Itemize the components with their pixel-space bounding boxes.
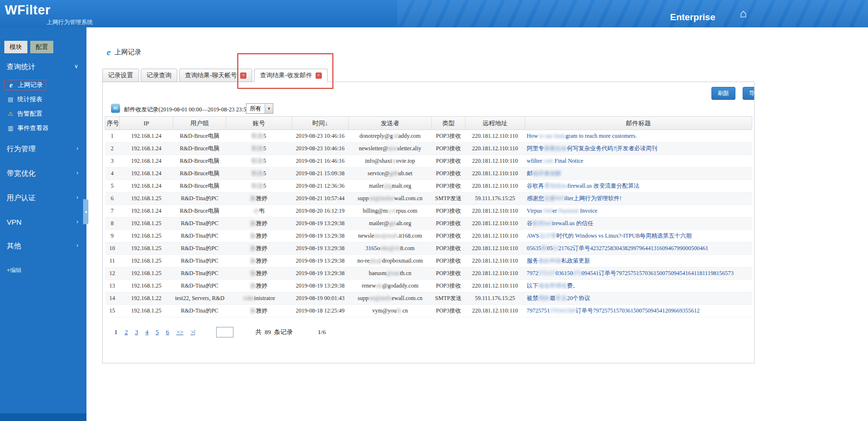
column-header[interactable]: 发送者 <box>349 117 432 130</box>
redacted-text: 孙 <box>250 282 256 289</box>
sidebar-section-query-stats[interactable]: 查询统计 ∨ <box>0 56 86 78</box>
mail-subject-link[interactable]: 7972575157036150075094541订单号797257515703… <box>527 270 734 277</box>
cell-sender: mailer@gmalt.org <box>349 217 432 230</box>
mail-subject-link[interactable]: 阿里专家教你如何写复杂业务代码?|开发者必读周刊 <box>527 145 658 152</box>
page-link[interactable]: 3 <box>135 328 138 336</box>
sidebar-section-vpn[interactable]: VPN › <box>0 212 86 232</box>
mail-subject-link[interactable]: 服务条款和隐私政策更新 <box>527 257 590 264</box>
column-header[interactable]: 用户组 <box>173 117 226 130</box>
mail-subject-link[interactable]: Virpus Order Payment Invoice <box>527 207 598 214</box>
column-header[interactable]: 远程地址 <box>465 117 525 130</box>
column-header[interactable]: 邮件标题 <box>525 117 752 130</box>
page-link[interactable]: 2 <box>125 328 128 336</box>
column-header[interactable]: 时间↓ <box>292 117 349 130</box>
cell-remote: 220.181.12.110:110 <box>465 143 525 155</box>
sidebar-item-internet-records[interactable]: e 上网记录 <box>0 78 86 92</box>
page-link[interactable]: >| <box>191 328 196 336</box>
mail-table-header-row: 序号IP用户组账号时间↓发送者类型远程地址邮件标题 <box>105 117 752 130</box>
mail-records-table: 序号IP用户组账号时间↓发送者类型远程地址邮件标题 1192.168.1.24R… <box>105 116 752 317</box>
cell-sender: vym@youth.cn <box>349 305 432 317</box>
page-link[interactable]: 5 <box>156 328 159 336</box>
mail-subject-link[interactable]: 谷歌对imfirewall.us 的信任 <box>527 220 594 227</box>
cell-remote: 220.181.12.110:110 <box>465 155 525 168</box>
cell-sender: info@shaximovie.top <box>349 155 432 168</box>
filter-dropdown[interactable]: 所有 ▾ <box>246 103 273 114</box>
redacted-text: 注册WF <box>544 195 564 202</box>
mail-subject-link[interactable]: 被禁用的最常见20个协议 <box>527 295 590 301</box>
sidebar-section-user-auth[interactable]: 用户认证 › <box>0 187 86 209</box>
cell-remote: 220.181.12.110:110 <box>465 305 525 317</box>
redacted-text: to use Insta <box>539 132 566 139</box>
cell-account: 孙雅婷 <box>226 192 292 205</box>
tab-label: 记录设置 <box>108 71 133 80</box>
section-label: 行为管理 <box>7 144 36 153</box>
cell-type: POP3接收 <box>432 155 465 168</box>
redacted-text: als <box>376 282 382 289</box>
cell-type: POP3接收 <box>432 280 465 292</box>
sidebar-tab-modules[interactable]: 模块 <box>4 41 27 53</box>
export-button[interactable]: 导出 <box>743 87 755 100</box>
column-header[interactable]: IP <box>120 117 173 130</box>
mail-subject-link[interactable]: How to use Instagram to reach more custo… <box>527 132 637 139</box>
app-subtitle: 上网行为管理系统 <box>47 18 93 26</box>
table-row: 4192.168.1.24R&D-Bruce电脑职员52019-08-21 15… <box>105 168 752 180</box>
table-row: 8192.168.1.25R&D-Tina的PC孙雅婷2019-08-19 13… <box>105 217 752 230</box>
cell-time: 2019-08-21 10:57:44 <box>292 192 349 205</box>
close-tab-icon[interactable]: × <box>240 72 246 79</box>
cell-sender: baeusm@smith.cn <box>349 267 432 280</box>
cell-sender: no-reply@dropboxmail.com <box>349 255 432 267</box>
cell-subject: Virpus Order Payment Invoice <box>525 205 752 217</box>
cell-type: POP3接收 <box>432 205 465 217</box>
refresh-button[interactable]: 刷新 <box>711 87 735 100</box>
sidebar-collapse-handle[interactable]: ◂ <box>83 199 88 224</box>
sidebar-item-stat-reports[interactable]: ▤ 统计报表 <box>0 92 86 107</box>
column-header[interactable]: 序号 <box>105 117 120 130</box>
cell-remote: 220.181.12.110:110 <box>465 168 525 180</box>
sidebar-section-others[interactable]: 其他 › <box>0 235 86 257</box>
page-link[interactable]: >> <box>176 328 183 336</box>
cell-ip: 192.168.1.25 <box>120 305 173 317</box>
mail-table-body: 1192.168.1.24R&D-Bruce电脑职员52019-08-23 10… <box>105 130 752 317</box>
cell-subject: 谷歌对imfirewall.us 的信任 <box>525 217 752 230</box>
mail-subject-link[interactable]: 邮箱容量提醒 <box>527 170 562 177</box>
cell-sender: newsletter@mail.it168.com <box>349 230 432 242</box>
column-header[interactable]: 账号 <box>226 117 292 130</box>
tab-record-settings[interactable]: 记录设置 <box>102 69 139 82</box>
column-header[interactable]: 类型 <box>432 117 465 130</box>
table-row: 1192.168.1.24R&D-Bruce电脑职员52019-08-23 10… <box>105 130 752 143</box>
page-link[interactable]: 4 <box>146 328 149 336</box>
sidebar-section-behavior-mgmt[interactable]: 行为管理 › <box>0 138 86 160</box>
cell-sender: donotreply@godaddy.com <box>349 130 432 143</box>
sidebar-edit-link[interactable]: +编辑 <box>0 257 86 284</box>
mail-subject-link[interactable]: 05635和056321762订单号4232725830438299796441… <box>527 245 709 252</box>
chevron-right-icon: › <box>76 145 78 152</box>
cell-subject: AWS云计算时代的 Windows vs Linux?-ITPUB每周精选第五十… <box>525 230 752 242</box>
mail-subject-link[interactable]: 以下域名即将续费。 <box>527 282 579 289</box>
mail-subject-link[interactable]: 感谢您注册WFilter上网行为管理软件! <box>527 195 622 202</box>
sidebar-tab-config[interactable]: 配置 <box>30 41 53 53</box>
home-icon[interactable]: ⌂ <box>740 7 747 20</box>
cell-time: 2019-08-19 13:29:38 <box>292 242 349 255</box>
redacted-text: 孙 <box>250 195 256 202</box>
mail-subject-link[interactable]: 谷歌再度信任imfirewall.us 改变流量分配算法 <box>527 182 640 189</box>
page-link[interactable]: 6 <box>166 328 170 336</box>
page-jump-input[interactable] <box>216 327 233 337</box>
redacted-text: Payment <box>558 207 580 214</box>
mail-subject-link[interactable]: 79725751570361500订单号79725751570361500750… <box>527 307 700 314</box>
cell-remote: 220.181.12.110:110 <box>465 267 525 280</box>
mail-subject-link[interactable]: wfilter.com Final Notice <box>527 157 584 164</box>
sidebar-item-event-viewer[interactable]: ▥ 事件查看器 <box>0 121 86 135</box>
close-tab-icon[interactable]: × <box>316 72 322 79</box>
redacted-text: 家教你如 <box>544 145 567 152</box>
cell-group: R&D-Bruce电脑 <box>173 180 226 192</box>
tab-result-chat-accounts[interactable]: 查询结果-聊天帐号 × <box>179 69 252 82</box>
cell-sender: 3165order@168.com <box>349 242 432 255</box>
mail-subject-link[interactable]: AWS云计算时代的 Windows vs Linux?-ITPUB每周精选第五十… <box>527 232 692 239</box>
sidebar-section-bandwidth-opt[interactable]: 带宽优化 › <box>0 163 86 184</box>
tab-record-query[interactable]: 记录查询 <box>141 69 177 82</box>
pagination: 123456>>>| 共 89 条记录 1/6 <box>114 327 326 337</box>
ie-browser-icon: e <box>7 81 15 89</box>
redacted-text: Ord <box>543 207 552 214</box>
tab-result-mail[interactable]: 查询结果-收发邮件 × <box>254 69 327 82</box>
sidebar-item-alert-config[interactable]: ⚠ 告警配置 <box>0 107 86 121</box>
